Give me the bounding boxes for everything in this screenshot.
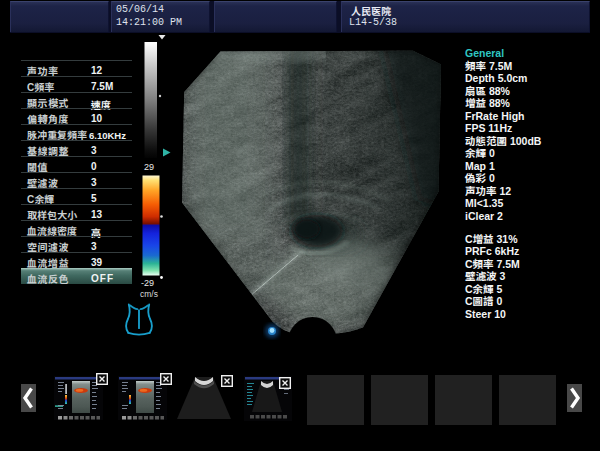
svg-text:29: 29 — [144, 162, 154, 172]
svg-text:-29: -29 — [141, 278, 154, 288]
svg-text:cm/s: cm/s — [140, 289, 158, 299]
